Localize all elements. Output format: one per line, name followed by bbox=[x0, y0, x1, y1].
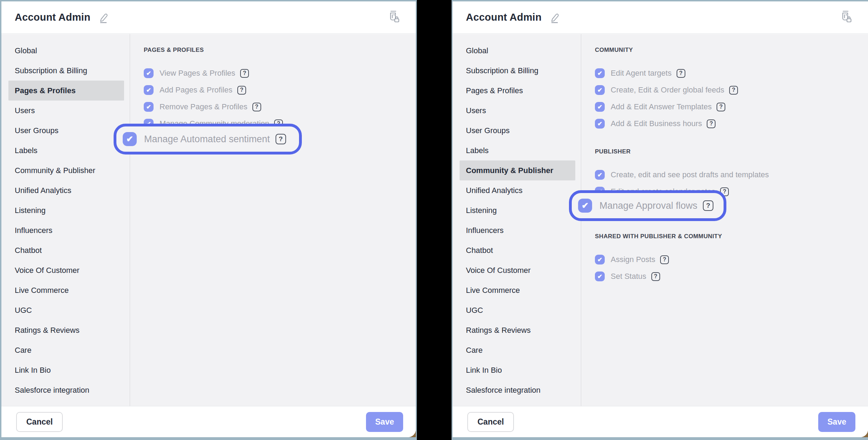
permission-rows: ✔Assign Posts?✔Set Status? bbox=[595, 251, 861, 285]
checkbox-checked[interactable]: ✔ bbox=[144, 68, 154, 78]
checkbox-checked[interactable]: ✔ bbox=[595, 85, 605, 95]
sidebar-item-ugc[interactable]: UGC bbox=[8, 300, 124, 320]
delete-role-button[interactable] bbox=[839, 9, 853, 25]
sidebar-item-labels[interactable]: Labels bbox=[460, 140, 575, 160]
sidebar-item-influencers[interactable]: Influencers bbox=[8, 220, 124, 240]
sidebar-item-subscription-billing[interactable]: Subscription & Billing bbox=[8, 61, 124, 81]
permission-label: Manage Approval flows bbox=[599, 200, 697, 211]
pencil-icon bbox=[549, 12, 560, 24]
checkbox-checked[interactable]: ✔ bbox=[595, 255, 605, 264]
sidebar-item-link-in-bio[interactable]: Link In Bio bbox=[460, 360, 575, 380]
sidebar-item-unified-analytics[interactable]: Unified Analytics bbox=[8, 180, 124, 200]
sidebar-item-live-commerce[interactable]: Live Commerce bbox=[8, 280, 124, 300]
permission-label: Set Status bbox=[611, 272, 646, 281]
sidebar-item-listening[interactable]: Listening bbox=[8, 200, 124, 220]
checkbox-checked[interactable]: ✔ bbox=[595, 170, 605, 180]
help-icon[interactable]: ? bbox=[677, 69, 685, 78]
sidebar-item-user-groups[interactable]: User Groups bbox=[460, 121, 575, 140]
sidebar-item-ratings-reviews[interactable]: Ratings & Reviews bbox=[460, 320, 575, 340]
sidebar-item-pages-profiles[interactable]: Pages & Profiles bbox=[460, 81, 575, 101]
help-icon[interactable]: ? bbox=[707, 119, 716, 128]
help-icon[interactable]: ? bbox=[703, 200, 713, 211]
checkbox-checked[interactable]: ✔ bbox=[595, 102, 605, 112]
help-icon[interactable]: ? bbox=[660, 255, 669, 264]
sidebar-item-chatbot[interactable]: Chatbot bbox=[8, 240, 124, 260]
role-permissions-dialog-right: Account Admin bbox=[452, 0, 868, 440]
permission-rows: ✔View Pages & Profiles?✔Add Pages & Prof… bbox=[144, 65, 409, 132]
sidebar-item-listening[interactable]: Listening bbox=[460, 200, 575, 220]
permission-label: Assign Posts bbox=[611, 255, 655, 264]
edit-role-name-button[interactable] bbox=[98, 12, 109, 24]
help-icon[interactable]: ? bbox=[729, 86, 738, 95]
checkbox-checked[interactable]: ✔ bbox=[595, 68, 605, 78]
sidebar-item-labels[interactable]: Labels bbox=[8, 140, 124, 160]
permission-row: ✔Edit Agent targets? bbox=[595, 65, 861, 82]
sidebar-item-ratings-reviews[interactable]: Ratings & Reviews bbox=[8, 320, 124, 340]
delete-role-button[interactable] bbox=[387, 9, 400, 25]
highlighted-permission-callout: ✔ Manage Automated sentiment ? bbox=[114, 124, 302, 154]
sidebar-item-care[interactable]: Care bbox=[8, 340, 124, 360]
permission-rows: ✔Edit Agent targets?✔Create, Edit & Orde… bbox=[595, 65, 861, 132]
dialog-header: Account Admin bbox=[1, 1, 416, 34]
sidebar-item-chatbot[interactable]: Chatbot bbox=[460, 240, 575, 260]
save-button[interactable]: Save bbox=[366, 412, 403, 432]
trash-locked-icon bbox=[839, 9, 853, 25]
cancel-button[interactable]: Cancel bbox=[16, 412, 63, 432]
sidebar-item-salesforce-integration[interactable]: Salesforce integration bbox=[460, 380, 575, 400]
sidebar-item-care[interactable]: Care bbox=[460, 340, 575, 360]
role-title: Account Admin bbox=[15, 12, 90, 23]
edit-role-name-button[interactable] bbox=[549, 12, 560, 24]
permission-label: Create, edit and see post drafts and tem… bbox=[611, 170, 769, 179]
sidebar-item-voice-of-customer[interactable]: Voice Of Customer bbox=[8, 260, 124, 280]
help-icon[interactable]: ? bbox=[651, 272, 660, 281]
section-heading-community: COMMUNITY bbox=[595, 47, 861, 54]
checkbox-checked[interactable]: ✔ bbox=[144, 102, 154, 112]
role-permissions-dialog-left: Account Admin bbox=[0, 0, 417, 440]
help-icon[interactable]: ? bbox=[252, 103, 261, 111]
permissions-category-nav: GlobalSubscription & BillingPages & Prof… bbox=[1, 34, 130, 406]
permission-label: View Pages & Profiles bbox=[160, 69, 235, 78]
sidebar-item-pages-profiles[interactable]: Pages & Profiles bbox=[8, 81, 124, 101]
permission-row: ✔Assign Posts? bbox=[595, 251, 861, 268]
checkbox-checked[interactable]: ✔ bbox=[123, 132, 137, 146]
checkbox-checked[interactable]: ✔ bbox=[578, 199, 592, 213]
checkbox-checked[interactable]: ✔ bbox=[595, 119, 605, 129]
permission-row: ✔Add & Edit Business hours? bbox=[595, 115, 861, 132]
sidebar-item-users[interactable]: Users bbox=[460, 101, 575, 121]
permission-row: ✔Create, Edit & Order global feeds? bbox=[595, 82, 861, 98]
sidebar-item-live-commerce[interactable]: Live Commerce bbox=[460, 280, 575, 300]
help-icon[interactable]: ? bbox=[276, 134, 286, 144]
permission-label: Add Pages & Profiles bbox=[160, 85, 232, 95]
help-icon[interactable]: ? bbox=[717, 103, 725, 111]
cancel-button[interactable]: Cancel bbox=[467, 412, 514, 432]
sidebar-item-voice-of-customer[interactable]: Voice Of Customer bbox=[460, 260, 575, 280]
permissions-category-nav: GlobalSubscription & BillingPages & Prof… bbox=[453, 34, 581, 406]
sidebar-item-salesforce-integration[interactable]: Salesforce integration bbox=[8, 380, 124, 400]
role-title: Account Admin bbox=[466, 12, 542, 23]
sidebar-item-global[interactable]: Global bbox=[8, 41, 124, 61]
sidebar-item-global[interactable]: Global bbox=[460, 41, 575, 61]
permission-row: ✔Add & Edit Answer Templates? bbox=[595, 98, 861, 115]
help-icon[interactable]: ? bbox=[237, 86, 246, 95]
checkbox-checked[interactable]: ✔ bbox=[144, 85, 154, 95]
permission-row: ✔Remove Pages & Profiles? bbox=[144, 98, 409, 115]
permission-row: ✔View Pages & Profiles? bbox=[144, 65, 409, 82]
sidebar-item-subscription-billing[interactable]: Subscription & Billing bbox=[460, 61, 575, 81]
pencil-icon bbox=[98, 12, 109, 24]
save-button[interactable]: Save bbox=[818, 412, 855, 432]
checkbox-checked[interactable]: ✔ bbox=[595, 271, 605, 281]
sidebar-item-users[interactable]: Users bbox=[8, 101, 124, 121]
sidebar-item-link-in-bio[interactable]: Link In Bio bbox=[8, 360, 124, 380]
dialog-body: GlobalSubscription & BillingPages & Prof… bbox=[1, 34, 416, 406]
sidebar-item-community-publisher[interactable]: Community & Publisher bbox=[8, 160, 124, 180]
sidebar-item-unified-analytics[interactable]: Unified Analytics bbox=[460, 180, 575, 200]
sidebar-item-user-groups[interactable]: User Groups bbox=[8, 121, 124, 140]
sidebar-item-community-publisher[interactable]: Community & Publisher bbox=[460, 160, 575, 180]
highlighted-permission-callout: ✔ Manage Approval flows ? bbox=[569, 190, 726, 221]
sidebar-item-ugc[interactable]: UGC bbox=[460, 300, 575, 320]
two-screenshots-side-by-side: { "colors": { "accent_indigo": "#5566e8"… bbox=[0, 0, 868, 440]
help-icon[interactable]: ? bbox=[240, 69, 249, 78]
sidebar-item-influencers[interactable]: Influencers bbox=[460, 220, 575, 240]
dialog-footer: Cancel Save bbox=[453, 406, 868, 437]
permission-row: ✔Create, edit and see post drafts and te… bbox=[595, 166, 861, 183]
